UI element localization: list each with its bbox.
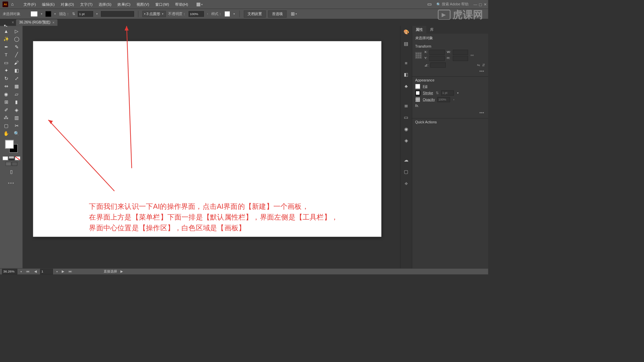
y-input[interactable] (429, 56, 444, 61)
type-tool[interactable]: T (1, 51, 11, 59)
swatches-panel-icon[interactable]: ▤ (402, 40, 410, 47)
fill-swatch-panel[interactable] (415, 84, 420, 89)
artboard-dropdown[interactable]: ▾ (55, 270, 58, 273)
reference-point[interactable] (415, 52, 422, 59)
search-box[interactable]: 🔍 搜索 Adobe 帮助 (436, 2, 468, 7)
mesh-tool[interactable]: ⊞ (1, 98, 11, 106)
appearance-panel-icon[interactable]: ◉ (402, 125, 410, 132)
opacity-dropdown[interactable]: › (206, 12, 209, 15)
last-artboard-icon[interactable]: ⏭ (68, 269, 73, 273)
align-icon[interactable]: ⊞ ▾ (289, 10, 299, 18)
blend-tool[interactable]: ◈ (11, 106, 21, 114)
color-mode-none[interactable] (15, 156, 20, 160)
gradient-tool[interactable]: ▮ (11, 98, 21, 106)
color-mode-solid[interactable] (2, 156, 8, 160)
stroke-pt-panel[interactable] (441, 90, 454, 96)
tab-close-icon[interactable]: × (52, 20, 54, 24)
flip-h-icon[interactable]: ⇋ (477, 63, 480, 67)
zoom-dropdown[interactable]: ▾ (20, 270, 22, 273)
stroke-panel-icon[interactable]: ≡ (402, 59, 410, 66)
document-tab[interactable]: 36.26% (RGB/预览) × (16, 19, 58, 26)
stroke-dropdown[interactable]: ▾ (54, 12, 56, 15)
opacity-swatch[interactable] (415, 97, 420, 102)
line-tool[interactable]: ╱ (11, 51, 21, 59)
tab-libraries[interactable]: 库 (426, 26, 437, 34)
stroke-swatch[interactable] (46, 11, 51, 17)
menu-object[interactable]: 对象(O) (58, 0, 77, 9)
rectangle-tool[interactable]: ▭ (1, 59, 11, 67)
curvature-tool[interactable]: ✎ (11, 43, 21, 51)
screen-mode-icon-2[interactable] (11, 162, 17, 166)
stroke-stepper[interactable]: ⇅ (436, 91, 439, 95)
asset-panel-icon[interactable]: ▭ (402, 114, 410, 121)
style-dropdown[interactable]: ▾ (233, 12, 235, 15)
w-input[interactable] (453, 50, 468, 55)
width-tool[interactable]: ⇔ (1, 82, 11, 90)
stroke-weight-dropdown[interactable]: ▾ (96, 12, 98, 15)
angle-input[interactable] (430, 62, 445, 67)
first-artboard-icon[interactable]: ⏮ (25, 269, 31, 273)
menu-view[interactable]: 视图(V) (133, 0, 152, 9)
opacity-dropdown-panel[interactable]: › (453, 98, 455, 101)
artboard-nav-input[interactable] (40, 269, 53, 275)
close-icon[interactable]: ✕ (484, 2, 487, 7)
maximize-icon[interactable]: ▢ (479, 2, 482, 7)
slice-tool[interactable]: ✂ (11, 122, 21, 130)
zoom-tool[interactable]: 🔍 (11, 130, 21, 137)
free-transform-tool[interactable]: ▦ (11, 82, 21, 90)
selection-tool[interactable]: ▲ (1, 27, 11, 35)
magic-wand-tool[interactable]: ✨ (1, 35, 11, 43)
scale-tool[interactable]: ⤢ (11, 75, 21, 82)
opacity-input-panel[interactable] (437, 97, 450, 102)
style-swatch[interactable] (224, 11, 230, 17)
graphic-styles-icon[interactable]: ◈ (402, 137, 410, 144)
minimize-icon[interactable]: — (473, 2, 477, 7)
edit-toolbar-icon[interactable]: ••• (0, 181, 22, 186)
draw-mode-icon[interactable]: ▯ (6, 168, 16, 176)
stroke-label-panel[interactable]: Stroke (423, 91, 433, 95)
menu-file[interactable]: 文件(F) (20, 0, 39, 9)
direct-select-tool[interactable]: ▷ (11, 27, 21, 35)
zoom-input[interactable] (2, 269, 17, 275)
eraser-tool[interactable]: ◧ (11, 67, 21, 74)
artboard-tool[interactable]: ▢ (1, 122, 11, 130)
menu-effect[interactable]: 效果(C) (114, 0, 133, 9)
fill-label[interactable]: Fill (423, 84, 428, 88)
opacity-input[interactable] (189, 11, 204, 17)
graph-tool[interactable]: ▥ (11, 114, 21, 122)
gradient-panel-icon[interactable]: ◧ (402, 71, 410, 78)
h-input[interactable] (453, 56, 468, 61)
prefs-button[interactable]: 首选项 (268, 10, 287, 17)
fill-dropdown[interactable]: ▾ (40, 12, 43, 15)
artboard[interactable]: 下面我们来认识一下AI的操作界面，点击AI界面的【新建】一个画板， 在界面上方是… (33, 41, 381, 237)
link-wh-icon[interactable]: ⚯ (471, 53, 474, 57)
prev-artboard-icon[interactable]: ◀ (33, 269, 38, 273)
x-input[interactable] (429, 50, 444, 55)
flip-v-icon[interactable]: ⇵ (482, 63, 485, 67)
eyedropper-tool[interactable]: ✐ (1, 106, 11, 114)
stroke-swatch-panel[interactable] (415, 90, 420, 96)
color-picker[interactable] (5, 140, 18, 153)
brush-tool[interactable]: 🖌 (11, 59, 21, 67)
tab-properties[interactable]: 属性 (412, 26, 426, 34)
fx-label[interactable]: fx. (415, 104, 419, 108)
gpu-perf-icon[interactable]: ▭ (424, 1, 434, 8)
symbols-panel-icon[interactable]: ♣ (402, 83, 410, 90)
home-icon[interactable]: ⌂ (10, 2, 15, 7)
doc-setup-button[interactable]: 文档设置 (244, 10, 266, 17)
opacity-label-panel[interactable]: Opacity (423, 98, 435, 102)
stroke-pt-dropdown[interactable]: ▾ (457, 92, 459, 94)
export-panel-icon[interactable]: ⎆ (402, 180, 410, 187)
lasso-tool[interactable]: ◯ (11, 35, 21, 43)
arrange-docs-icon[interactable]: ▦ ▾ (195, 1, 205, 8)
next-artboard-icon[interactable]: ▶ (61, 269, 65, 273)
brush-dropdown[interactable]: ▾ (161, 12, 164, 15)
layers-panel-icon[interactable]: ≣ (402, 102, 410, 109)
symbol-sprayer-tool[interactable]: ⁂ (1, 114, 11, 122)
color-mode-gradient[interactable] (8, 156, 14, 160)
stroke-stepper-icon[interactable]: ⇅ (72, 12, 75, 16)
libraries-panel-icon[interactable]: ☁ (402, 157, 410, 164)
shape-builder-tool[interactable]: ◉ (1, 90, 11, 98)
pen-tool[interactable]: ✒ (1, 43, 11, 51)
brush-name[interactable]: 3 点圆形 (147, 11, 160, 16)
